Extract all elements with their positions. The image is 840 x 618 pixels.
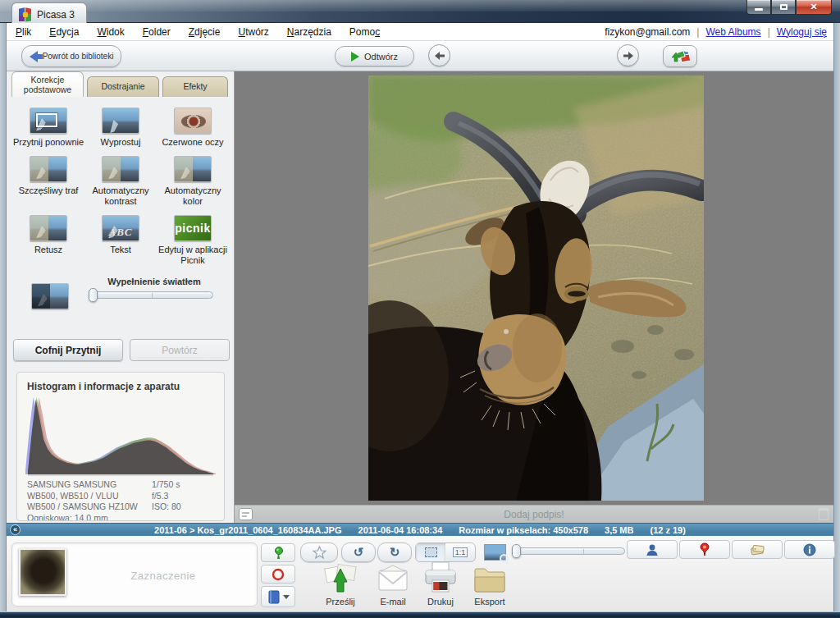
zoom-preview-button[interactable] <box>484 544 506 561</box>
maximize-button[interactable] <box>771 0 796 15</box>
tool-autocolor-label: Automatyczny kolor <box>157 185 229 207</box>
menu-widok[interactable]: Widok <box>88 25 133 39</box>
tool-crop-label: Przytnij ponownie <box>12 137 84 148</box>
tool-straighten[interactable]: Wyprostuj <box>84 108 157 148</box>
places-button[interactable] <box>679 540 730 559</box>
iso: ISO: 80 <box>152 501 181 513</box>
fill-light-label: Wypełnienie światłem <box>85 277 223 286</box>
info-button-group <box>627 540 835 559</box>
chevron-down-icon <box>283 595 290 599</box>
menu-zdjecie[interactable]: Zdjęcie <box>180 25 230 39</box>
caption-placeholder[interactable]: Dodaj podpis! <box>235 509 833 520</box>
menu-plik[interactable]: Plik <box>7 25 40 39</box>
fill-light-slider[interactable] <box>90 291 213 299</box>
map-pin-icon <box>700 542 710 556</box>
menu-narzedzia[interactable]: Narzędzia <box>278 25 340 39</box>
export-action[interactable]: Eksport <box>461 559 518 607</box>
info-icon <box>803 543 816 556</box>
histogram-panel: Histogram i informacje z aparatu SAMSUNG… <box>16 372 225 521</box>
collage-button[interactable] <box>663 45 697 67</box>
menu-bar: Plik Edycja Widok Folder Zdjęcie Utwórz … <box>7 23 833 41</box>
web-albums-link[interactable]: Web Albums <box>705 26 760 38</box>
tool-autocontrast-label: Automatyczny kontrast <box>84 185 157 207</box>
green-pin-icon <box>272 547 284 560</box>
add-to-album-button[interactable] <box>261 586 295 607</box>
upload-action[interactable]: Prześlij <box>312 559 369 607</box>
caption-bar: Dodaj podpis! <box>235 505 833 523</box>
menu-folder[interactable]: Folder <box>134 25 180 39</box>
back-arrow-icon <box>30 51 38 62</box>
folder-icon <box>461 559 518 595</box>
shutter-speed: 1/750 s <box>152 479 180 491</box>
retouch-icon <box>30 215 67 241</box>
trash-icon[interactable] <box>819 508 829 520</box>
tab-tuning[interactable]: Dostrajanie <box>87 76 159 97</box>
blue-book-icon <box>267 590 281 604</box>
tool-grid: Przytnij ponownie Wyprostuj Czerwone ocz… <box>7 108 235 266</box>
previous-photo-button[interactable] <box>428 44 450 66</box>
tool-straighten-label: Wyprostuj <box>84 137 157 148</box>
actual-size-label: 1:1 <box>453 547 468 557</box>
hold-selection-button[interactable] <box>261 543 295 562</box>
tool-lucky[interactable]: Szczęśliwy traf <box>12 156 84 207</box>
logout-link[interactable]: Wyloguj się <box>777 26 827 38</box>
camera-model-1: WB500, WB510 / VLUU <box>27 491 152 502</box>
top-toolbar: Powrót do biblioteki Odtwórz <box>7 41 833 71</box>
tool-retouch[interactable]: Retusz <box>12 215 84 266</box>
camera-info: SAMSUNG SAMSUNG1/750 s WB500, WB510 / VL… <box>27 479 221 521</box>
export-label: Eksport <box>461 597 518 607</box>
status-filesize: 3,5 MB <box>605 525 633 535</box>
account-email: fizykon@gmail.com <box>605 26 690 38</box>
goat-photo[interactable] <box>368 76 704 501</box>
window-controls: ✕ <box>746 0 832 15</box>
picasa-logo-icon <box>19 8 32 21</box>
upload-label: Prześlij <box>312 597 369 607</box>
window-title: Picasa 3 <box>37 9 75 21</box>
aperture: f/5.3 <box>152 491 168 502</box>
collapse-button[interactable]: « <box>10 524 21 535</box>
minimize-button[interactable] <box>746 0 771 15</box>
auto-contrast-icon <box>102 156 139 182</box>
histogram-chart <box>25 397 216 476</box>
fill-light-slider-handle[interactable] <box>89 288 98 302</box>
tool-crop[interactable]: Przytnij ponownie <box>12 108 84 148</box>
tool-redeye-label: Czerwone oczy <box>157 137 229 148</box>
redeye-icon <box>174 108 212 134</box>
separator: | <box>768 26 770 38</box>
menu-edycja[interactable]: Edycja <box>40 25 88 39</box>
tool-text[interactable]: ABC Tekst <box>84 215 157 266</box>
minimize-icon <box>755 8 763 11</box>
next-photo-button[interactable] <box>617 44 639 66</box>
focal-length: Ogniskowa: 14.0 mm <box>27 513 152 522</box>
selected-photo-thumbnail[interactable] <box>19 548 66 596</box>
tool-autocolor[interactable]: Automatyczny kolor <box>157 156 229 207</box>
people-button[interactable] <box>627 540 678 559</box>
info-button[interactable] <box>784 540 835 559</box>
tags-button[interactable] <box>732 540 783 559</box>
arrow-left-icon <box>434 51 445 61</box>
tab-basic-fixes[interactable]: Korekcje podstawowe <box>11 71 84 97</box>
menu-pomoc[interactable]: Pomoc <box>340 25 389 39</box>
play-button-label: Odtwórz <box>364 52 398 62</box>
close-icon: ✕ <box>810 2 817 12</box>
window-frame-left <box>0 23 7 611</box>
selection-label: Zaznaczenie <box>78 570 249 582</box>
tool-redeye[interactable]: Czerwone oczy <box>157 108 229 148</box>
undo-button[interactable]: Cofnij Przytnij <box>13 339 123 361</box>
tab-effects[interactable]: Efekty <box>162 76 228 97</box>
crop-icon <box>30 108 67 134</box>
back-to-library-button[interactable]: Powrót do biblioteki <box>21 45 121 67</box>
tool-picnik[interactable]: picnik Edytuj w aplikacji Picnik <box>157 215 229 266</box>
tool-autocontrast[interactable]: Automatyczny kontrast <box>84 156 157 207</box>
close-button[interactable]: ✕ <box>796 0 832 15</box>
zoom-slider[interactable] <box>514 547 625 555</box>
menu-utworz[interactable]: Utwórz <box>229 25 277 39</box>
auto-color-icon <box>174 156 212 182</box>
window-frame-bottom <box>0 611 840 618</box>
slider-tick <box>583 549 584 554</box>
slider-tick <box>152 293 153 298</box>
clear-selection-button[interactable] <box>261 565 295 584</box>
zoom-slider-handle[interactable] <box>512 544 521 558</box>
caption-icon[interactable] <box>239 508 253 520</box>
play-button[interactable]: Odtwórz <box>335 46 414 66</box>
